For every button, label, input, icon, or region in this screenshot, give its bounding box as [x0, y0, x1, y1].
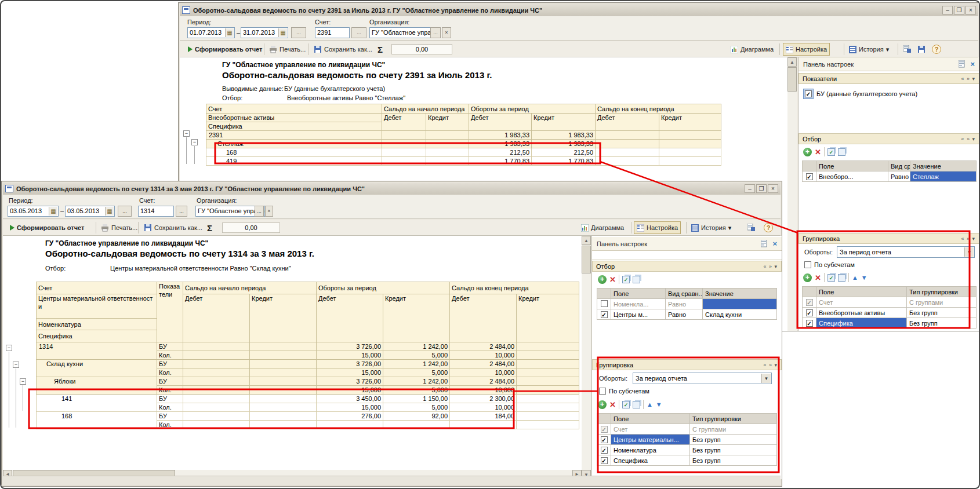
row-checkbox[interactable] — [601, 300, 608, 307]
filter-row-Номенкла...[interactable]: Номенкла...Равно — [597, 299, 777, 309]
row-checkbox-cell[interactable]: ✓ — [803, 171, 816, 182]
calendar-icon[interactable]: ▦ — [225, 28, 234, 37]
check-all-icon[interactable]: ✓ — [827, 274, 835, 282]
grouping-row-Центры материальн...[interactable]: ✓Центры материальн...Без групп — [597, 435, 777, 445]
compare-cell[interactable]: Равно — [888, 171, 910, 182]
titlebar-1314[interactable]: Оборотно-сальдовая ведомость по счету 13… — [3, 183, 781, 195]
move-down-icon[interactable]: ▼ — [861, 274, 868, 281]
total-field[interactable]: 0,00 — [391, 44, 452, 54]
account-field[interactable]: 2391 — [315, 27, 350, 38]
section-filter[interactable]: Отбор « » ▾ — [592, 261, 782, 272]
row-checkbox-cell[interactable]: ✓ — [597, 435, 611, 445]
dropdown-arrow-icon[interactable]: ▾ — [964, 247, 974, 257]
field-cell[interactable]: Внеоборо... — [816, 171, 888, 182]
uncheck-all-icon[interactable] — [633, 276, 640, 283]
compare-cell[interactable]: Равно — [666, 309, 703, 320]
row-checkbox-cell[interactable]: ✓ — [597, 424, 611, 435]
value-cell[interactable]: Склад кухни — [703, 309, 777, 320]
org-more-button[interactable]: ... — [430, 27, 441, 38]
section-indicators[interactable]: Показатели « » ▾ — [798, 73, 979, 84]
account-field[interactable]: 1314 — [138, 206, 174, 217]
scroll-up-icon[interactable]: ▲ — [582, 236, 591, 245]
grouping-type-cell[interactable]: Без групп — [690, 455, 777, 466]
collapse-left-icon[interactable]: « — [961, 236, 964, 242]
maximize-icon[interactable]: ❐ — [756, 184, 767, 193]
subaccounts-checkbox[interactable] — [599, 388, 606, 395]
check-all-icon[interactable]: ✓ — [827, 148, 835, 156]
calendar-icon[interactable]: ▦ — [105, 207, 114, 216]
account-more-button[interactable]: ... — [176, 206, 187, 217]
row-checkbox[interactable]: ✓ — [806, 309, 813, 316]
report-row-Склад кухни[interactable]: Склад кухниБУ3 726,001 242,002 484,00 — [37, 360, 579, 368]
section-menu-icon[interactable]: ▾ — [972, 236, 975, 242]
uncheck-all-icon[interactable] — [838, 148, 845, 156]
turnovers-dropdown[interactable]: За период отчета ▾ — [633, 373, 772, 384]
add-icon[interactable]: + — [598, 400, 607, 409]
report-row-1314[interactable]: 1314БУ3 726,001 242,002 484,00 — [37, 342, 579, 351]
move-up-icon[interactable]: ▲ — [647, 401, 653, 408]
expand-icon[interactable]: − — [183, 130, 190, 137]
diagram-button[interactable]: Диаграмма — [728, 43, 776, 56]
settings-button[interactable]: Настройка — [783, 43, 830, 56]
field-cell[interactable]: Центры м... — [611, 309, 666, 320]
grouping-type-cell[interactable]: Без групп — [907, 318, 977, 329]
section-grouping[interactable]: Группировка « » ▾ — [798, 233, 979, 244]
section-menu-icon[interactable]: ▾ — [972, 136, 975, 142]
save-as-button[interactable]: Сохранить как... — [311, 43, 375, 56]
grouping-row-Счет[interactable]: ✓СчетС группами — [803, 297, 977, 308]
row-checkbox-cell[interactable]: ✓ — [803, 308, 816, 318]
add-icon[interactable]: + — [598, 275, 607, 284]
move-down-icon[interactable]: ▼ — [656, 401, 662, 408]
row-checkbox-cell[interactable] — [597, 299, 611, 309]
field-cell[interactable]: Специфика — [816, 318, 907, 329]
print-button[interactable]: Печать... — [267, 43, 308, 56]
delete-icon[interactable]: ✕ — [609, 400, 616, 409]
generate-report-button[interactable]: Сформировать отчет — [8, 221, 86, 234]
collapse-right-icon[interactable]: » — [967, 76, 970, 82]
field-cell[interactable]: Счет — [611, 424, 690, 435]
save-settings-button[interactable] — [745, 221, 758, 234]
report-vscrollbar[interactable]: ▲ — [787, 57, 797, 331]
bu-checkbox[interactable]: ✓ — [805, 90, 812, 97]
report-row-168[interactable]: 168БУ276,0092,00184,00 — [37, 412, 579, 421]
scroll-thumb[interactable] — [582, 246, 591, 273]
period-to-field[interactable]: 03.05.2013 ▦ — [65, 206, 115, 217]
value-cell[interactable] — [703, 299, 777, 309]
subaccounts-row[interactable]: По субсчетам — [804, 261, 855, 268]
save-settings-button[interactable] — [901, 43, 914, 56]
check-all-icon[interactable]: ✓ — [622, 276, 630, 283]
subaccounts-checkbox[interactable] — [804, 261, 811, 268]
filter-row-Центры м...[interactable]: ✓Центры м...РавноСклад кухни — [597, 309, 777, 320]
save-as-button[interactable]: Сохранить как... — [141, 221, 205, 234]
move-up-icon[interactable]: ▲ — [852, 274, 858, 281]
expand-icon[interactable]: − — [20, 378, 26, 385]
grouping-type-cell[interactable]: Без групп — [690, 435, 777, 445]
panel-mode-icon[interactable] — [761, 240, 769, 247]
minimize-icon[interactable]: – — [942, 6, 953, 14]
row-checkbox-cell[interactable]: ✓ — [597, 455, 611, 466]
expand-icon[interactable]: − — [191, 139, 198, 145]
history-button[interactable]: История ▾ — [847, 43, 891, 56]
row-checkbox-cell[interactable]: ✓ — [597, 309, 611, 320]
delete-icon[interactable]: ✕ — [815, 148, 821, 156]
close-icon[interactable]: × — [966, 6, 976, 14]
row-checkbox[interactable]: ✓ — [601, 311, 608, 318]
grouping-type-cell[interactable]: С группами — [907, 297, 977, 308]
grouping-type-cell[interactable]: Без групп — [690, 445, 777, 455]
row-checkbox-cell[interactable]: ✓ — [803, 297, 816, 308]
dropdown-arrow-icon[interactable]: ▾ — [761, 374, 771, 383]
calendar-icon[interactable]: ▦ — [49, 207, 57, 216]
org-more-button[interactable]: ... — [255, 206, 264, 217]
collapse-right-icon[interactable]: » — [769, 362, 772, 368]
report-row-141[interactable]: 141БУ3 450,001 150,002 300,00 — [37, 395, 579, 403]
collapse-left-icon[interactable]: « — [961, 136, 964, 142]
row-checkbox[interactable]: ✓ — [806, 320, 813, 327]
grouping-row-Специфика[interactable]: ✓СпецификаБез групп — [803, 318, 977, 329]
filter-row-Внеоборо...[interactable]: ✓Внеоборо...РавноСтеллаж — [803, 171, 977, 182]
org-field[interactable]: ГУ "Областное управление по ликви — [369, 27, 440, 38]
field-cell[interactable]: Номенкла... — [611, 299, 666, 309]
section-menu-icon[interactable]: ▾ — [972, 76, 975, 82]
turnovers-dropdown[interactable]: За период отчета ▾ — [837, 246, 975, 258]
collapse-left-icon[interactable]: « — [961, 76, 964, 82]
history-button[interactable]: История ▾ — [689, 221, 734, 234]
